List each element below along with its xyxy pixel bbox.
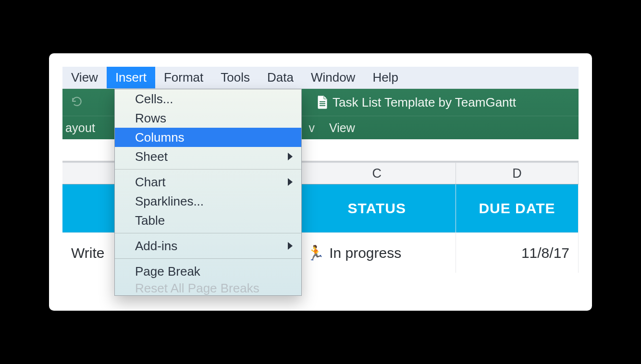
menu-item-sheet[interactable]: Sheet [115, 147, 301, 166]
cell-due-date[interactable]: 11/8/17 [456, 233, 579, 273]
menu-item-reset-page-breaks[interactable]: Reset All Page Breaks [115, 281, 301, 295]
document-title-text: Task List Template by TeamGantt [333, 95, 516, 110]
undo-icon[interactable] [62, 96, 91, 109]
menu-view[interactable]: View [62, 67, 107, 88]
submenu-arrow-icon [288, 178, 293, 186]
menu-item-cells[interactable]: Cells... [115, 89, 301, 109]
menu-help[interactable]: Help [364, 67, 407, 88]
menu-item-addins[interactable]: Add-ins [115, 236, 301, 255]
menu-item-rows[interactable]: Rows [115, 109, 301, 128]
menu-item-addins-label: Add-ins [135, 239, 177, 254]
menu-separator [115, 258, 301, 259]
runner-icon: 🏃 [307, 244, 324, 261]
menu-item-columns[interactable]: Columns [115, 128, 301, 147]
document-title: Task List Template by TeamGantt [317, 89, 516, 116]
menu-item-sheet-label: Sheet [135, 149, 168, 164]
submenu-arrow-icon [288, 153, 293, 160]
app-frame: View Insert Format Tools Data Window Hel… [62, 67, 579, 311]
table-header-status[interactable]: STATUS [298, 184, 456, 232]
table-header-due-date[interactable]: DUE DATE [456, 184, 579, 232]
column-header-c[interactable]: C [298, 163, 456, 184]
svg-rect-2 [320, 105, 325, 106]
menu-data[interactable]: Data [259, 67, 302, 88]
menu-item-table[interactable]: Table [115, 211, 301, 230]
ribbon-tab-view[interactable]: View [329, 116, 355, 140]
cell-due-date-text: 11/8/17 [521, 245, 569, 261]
menu-insert[interactable]: Insert [107, 67, 155, 88]
menu-item-sparklines[interactable]: Sparklines... [115, 192, 301, 211]
menu-item-chart-label: Chart [135, 175, 166, 190]
svg-rect-1 [320, 103, 325, 104]
submenu-arrow-icon [288, 242, 293, 250]
menu-separator [115, 169, 301, 170]
column-header-d[interactable]: D [456, 163, 579, 184]
svg-rect-0 [320, 101, 325, 102]
insert-dropdown: Cells... Rows Columns Sheet Chart Sparkl… [114, 89, 302, 296]
cell-task-text: Write [71, 245, 104, 261]
menu-window[interactable]: Window [302, 67, 364, 88]
cell-status[interactable]: 🏃 In progress [298, 233, 456, 273]
menubar: View Insert Format Tools Data Window Hel… [62, 67, 579, 89]
ribbon-tab-review-partial: v [305, 116, 315, 140]
app-card: View Insert Format Tools Data Window Hel… [49, 53, 592, 311]
menu-item-chart[interactable]: Chart [115, 172, 301, 192]
menu-separator [115, 233, 301, 233]
ribbon-tab-layout-partial[interactable]: ayout [62, 116, 95, 140]
menu-format[interactable]: Format [155, 67, 212, 88]
menu-tools[interactable]: Tools [212, 67, 259, 88]
menu-item-page-break[interactable]: Page Break [115, 262, 301, 281]
cell-status-text: In progress [329, 245, 401, 261]
excel-file-icon [317, 96, 328, 109]
